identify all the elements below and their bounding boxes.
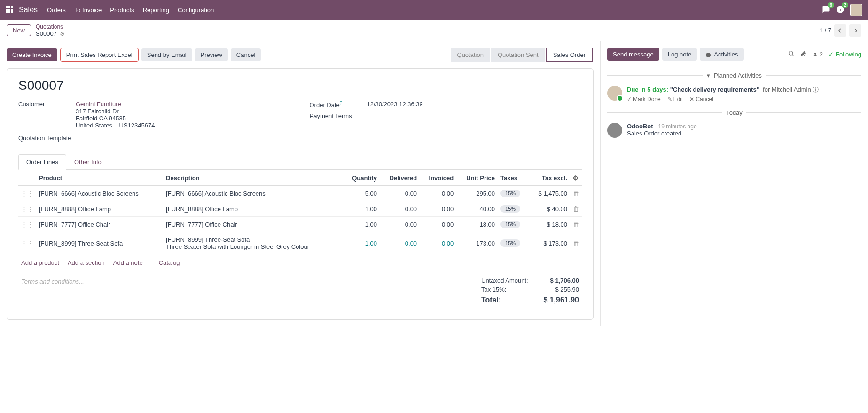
activity-for: for Mitchell Admin — [763, 86, 811, 93]
nav-reporting[interactable]: Reporting — [143, 7, 169, 14]
log-note-button[interactable]: Log note — [662, 48, 697, 61]
table-row[interactable]: ⋮⋮ [FURN_8999] Three-Seat Sofa [FURN_899… — [18, 232, 582, 254]
status-bar: Quotation Quotation Sent Sales Order — [451, 48, 594, 62]
nav-to-invoice[interactable]: To Invoice — [74, 7, 102, 14]
info-icon[interactable]: ⓘ — [813, 86, 819, 93]
trash-icon[interactable]: 🗑 — [573, 190, 579, 197]
order-date-value[interactable]: 12/30/2023 12:36:39 — [367, 101, 423, 108]
add-note-link[interactable]: Add a note — [113, 259, 143, 266]
cell-delivered[interactable]: 0.00 — [380, 201, 420, 217]
send-email-button[interactable]: Send by Email — [141, 48, 192, 61]
drag-handle-icon[interactable]: ⋮⋮ — [21, 206, 33, 213]
activity-summary[interactable]: "Check delivery requirements" — [670, 86, 759, 93]
cell-delivered[interactable]: 0.00 — [380, 186, 420, 201]
cell-delivered[interactable]: 0.00 — [380, 232, 420, 254]
catalog-link[interactable]: Catalog — [159, 259, 180, 266]
cell-description[interactable]: [FURN_8999] Three-Seat SofaThree Seater … — [163, 232, 343, 254]
breadcrumb-parent[interactable]: Quotations — [36, 24, 65, 30]
action-bar: Create Invoice Print Sales Report Excel … — [7, 48, 594, 62]
cell-taxes[interactable]: 15% — [498, 186, 528, 201]
trash-icon[interactable]: 🗑 — [573, 206, 579, 213]
cell-invoiced[interactable]: 0.00 — [420, 232, 456, 254]
nav-configuration[interactable]: Configuration — [178, 7, 214, 14]
cell-unit-price[interactable]: 40.00 — [456, 201, 498, 217]
activity-avatar[interactable] — [607, 86, 622, 101]
cell-product[interactable]: [FURN_8999] Three-Seat Sofa — [36, 232, 163, 254]
help-icon[interactable]: ? — [340, 101, 343, 106]
cell-unit-price[interactable]: 18.00 — [456, 217, 498, 232]
cancel-button[interactable]: Cancel — [231, 48, 261, 61]
new-button[interactable]: New — [7, 24, 31, 36]
cell-product[interactable]: [FURN_7777] Office Chair — [36, 217, 163, 232]
edit-activity-button[interactable]: ✎ Edit — [667, 96, 683, 103]
cell-unit-price[interactable]: 295.00 — [456, 186, 498, 201]
cell-product[interactable]: [FURN_8888] Office Lamp — [36, 201, 163, 217]
cell-quantity[interactable]: 1.00 — [343, 201, 380, 217]
activity-due: Due in 5 days: — [627, 86, 668, 93]
pager-prev[interactable] — [834, 24, 846, 37]
status-quotation[interactable]: Quotation — [451, 48, 490, 62]
log-avatar[interactable] — [607, 123, 622, 138]
add-product-link[interactable]: Add a product — [21, 259, 59, 266]
search-icon[interactable] — [788, 50, 795, 58]
cell-invoiced[interactable]: 0.00 — [420, 201, 456, 217]
tab-other-info[interactable]: Other Info — [66, 154, 109, 170]
print-sales-report-button[interactable]: Print Sales Report Excel — [60, 48, 139, 62]
cell-quantity[interactable]: 5.00 — [343, 186, 380, 201]
apps-icon[interactable] — [6, 6, 13, 14]
drag-handle-icon[interactable]: ⋮⋮ — [21, 221, 33, 228]
status-sales-order[interactable]: Sales Order — [546, 48, 593, 62]
customer-name[interactable]: Gemini Furniture — [76, 101, 155, 108]
table-row[interactable]: ⋮⋮ [FURN_8888] Office Lamp [FURN_8888] O… — [18, 201, 582, 217]
order-date-label: Order Date? — [310, 101, 367, 109]
cancel-activity-button[interactable]: ✕ Cancel — [689, 96, 713, 103]
status-quotation-sent[interactable]: Quotation Sent — [491, 48, 545, 62]
nav-orders[interactable]: Orders — [47, 7, 66, 14]
preview-button[interactable]: Preview — [195, 48, 228, 61]
col-unit-price: Unit Price — [456, 171, 498, 186]
cell-quantity[interactable]: 1.00 — [343, 217, 380, 232]
create-invoice-button[interactable]: Create Invoice — [7, 48, 57, 61]
activities-button[interactable]: Activities — [700, 48, 743, 61]
pager-next[interactable] — [849, 24, 861, 37]
cell-subtotal: $ 1,475.00 — [528, 186, 570, 201]
cell-taxes[interactable]: 15% — [498, 232, 528, 254]
add-section-link[interactable]: Add a section — [68, 259, 105, 266]
nav-products[interactable]: Products — [110, 7, 134, 14]
cell-invoiced[interactable]: 0.00 — [420, 186, 456, 201]
table-row[interactable]: ⋮⋮ [FURN_6666] Acoustic Bloc Screens [FU… — [18, 186, 582, 201]
cell-description[interactable]: [FURN_6666] Acoustic Bloc Screens — [163, 186, 343, 201]
cell-product[interactable]: [FURN_6666] Acoustic Bloc Screens — [36, 186, 163, 201]
cell-taxes[interactable]: 15% — [498, 201, 528, 217]
tab-order-lines[interactable]: Order Lines — [18, 154, 66, 170]
activities-icon[interactable]: 2 — [836, 5, 845, 15]
terms-input[interactable]: Terms and conditions... — [18, 271, 478, 310]
trash-icon[interactable]: 🗑 — [573, 240, 579, 247]
cell-unit-price[interactable]: 173.00 — [456, 232, 498, 254]
gear-icon[interactable]: ⚙ — [60, 31, 65, 37]
cell-taxes[interactable]: 15% — [498, 217, 528, 232]
send-message-button[interactable]: Send message — [607, 48, 659, 61]
mark-done-button[interactable]: ✓ Mark Done — [627, 96, 661, 103]
user-avatar[interactable] — [850, 4, 862, 16]
trash-icon[interactable]: 🗑 — [573, 221, 579, 228]
messages-count: 6 — [828, 2, 834, 8]
today-header: Today — [607, 109, 861, 116]
pager-text[interactable]: 1 / 7 — [820, 27, 831, 34]
cell-delivered[interactable]: 0.00 — [380, 217, 420, 232]
drag-handle-icon[interactable]: ⋮⋮ — [21, 240, 33, 247]
planned-activities-header[interactable]: ▾ Planned Activities — [607, 72, 861, 79]
drag-handle-icon[interactable]: ⋮⋮ — [21, 190, 33, 197]
table-row[interactable]: ⋮⋮ [FURN_7777] Office Chair [FURN_7777] … — [18, 217, 582, 232]
followers-count[interactable]: 2 — [813, 51, 823, 58]
columns-settings-icon[interactable]: ⚙ — [573, 175, 579, 182]
cell-description[interactable]: [FURN_8888] Office Lamp — [163, 201, 343, 217]
cell-invoiced[interactable]: 0.00 — [420, 217, 456, 232]
messages-icon[interactable]: 6 — [822, 5, 830, 15]
attachment-icon[interactable] — [800, 50, 807, 58]
log-author[interactable]: OdooBot — [627, 123, 653, 130]
following-button[interactable]: ✓ Following — [829, 51, 861, 58]
app-brand[interactable]: Sales — [19, 6, 38, 14]
cell-description[interactable]: [FURN_7777] Office Chair — [163, 217, 343, 232]
cell-quantity[interactable]: 1.00 — [343, 232, 380, 254]
